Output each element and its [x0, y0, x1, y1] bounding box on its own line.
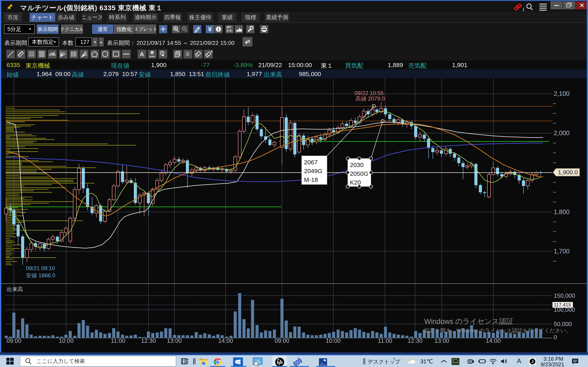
svg-text:高値 2079.0: 高値 2079.0: [355, 96, 385, 102]
svg-text:13:00: 13:00: [167, 337, 182, 344]
svg-text:Windows のライセンス認証: Windows のライセンス認証: [424, 317, 513, 325]
svg-text:50,000: 50,000: [554, 321, 572, 327]
svg-text:2049G: 2049G: [304, 167, 322, 174]
svg-text:09:00: 09:00: [275, 337, 290, 344]
svg-text:2030: 2030: [350, 161, 364, 168]
svg-text:2067: 2067: [304, 159, 318, 166]
svg-text:2050G: 2050G: [350, 170, 368, 177]
svg-text:12:30: 12:30: [408, 337, 423, 344]
svg-text:09:00: 09:00: [7, 337, 21, 344]
svg-text:150,000: 150,000: [554, 292, 575, 299]
svg-text:117,415: 117,415: [554, 302, 571, 308]
svg-text:1,800: 1,800: [554, 208, 570, 216]
svg-text:0: 0: [554, 334, 557, 341]
svg-text:1,900.0: 1,900.0: [558, 169, 578, 175]
svg-text:14:00: 14:00: [218, 337, 233, 344]
svg-text:09/21 09:10: 09/21 09:10: [26, 265, 55, 271]
svg-text:1,700: 1,700: [554, 248, 570, 255]
svg-text:R: R: [277, 358, 279, 361]
svg-text:J: J: [531, 359, 534, 364]
svg-text:10:00: 10:00: [326, 337, 341, 344]
svg-text:11:00: 11:00: [378, 337, 392, 344]
svg-text:設定を開き、Windows のライセンス認証を行ってください: 設定を開き、Windows のライセンス認証を行ってください。: [424, 327, 571, 334]
svg-text:出来高: 出来高: [7, 286, 23, 292]
svg-text:13:00: 13:00: [434, 337, 449, 344]
svg-text:M-18: M-18: [304, 176, 318, 183]
svg-text:2,000: 2,000: [554, 129, 570, 137]
svg-text:72:00: 72:00: [237, 361, 242, 363]
svg-text:10:00: 10:00: [59, 337, 74, 344]
svg-text:09/22 10:55: 09/22 10:55: [355, 90, 384, 96]
svg-text:2,100: 2,100: [554, 90, 570, 97]
svg-text:11:00: 11:00: [111, 337, 125, 344]
svg-text:14:00: 14:00: [486, 337, 501, 344]
svg-text:12:30: 12:30: [141, 337, 156, 344]
svg-text:安値 1666.0: 安値 1666.0: [26, 272, 55, 278]
